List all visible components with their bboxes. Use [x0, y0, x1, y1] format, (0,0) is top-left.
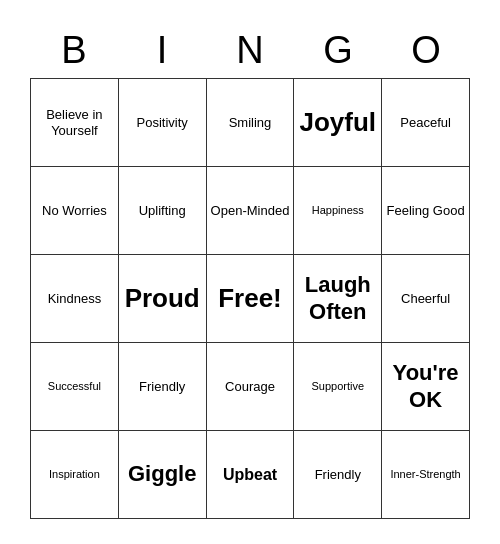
bingo-cell: Friendly — [294, 431, 382, 519]
cell-text-3-0: Successful — [48, 380, 101, 393]
cell-text-0-3: Joyful — [300, 107, 377, 138]
bingo-cell: You're OK — [382, 343, 470, 431]
bingo-cell: Feeling Good — [382, 167, 470, 255]
cell-text-4-0: Inspiration — [49, 468, 100, 481]
bingo-cell: Uplifting — [119, 167, 207, 255]
cell-text-1-0: No Worries — [42, 203, 107, 219]
cell-text-0-2: Smiling — [229, 115, 272, 131]
bingo-grid: Believe in YourselfPositivitySmilingJoyf… — [30, 78, 470, 519]
bingo-card: BINGO Believe in YourselfPositivitySmili… — [20, 15, 480, 529]
cell-text-1-2: Open-Minded — [211, 203, 290, 219]
bingo-cell: Supportive — [294, 343, 382, 431]
cell-text-1-1: Uplifting — [139, 203, 186, 219]
bingo-cell: Successful — [31, 343, 119, 431]
cell-text-0-1: Positivity — [137, 115, 188, 131]
cell-text-0-0: Believe in Yourself — [35, 107, 114, 138]
cell-text-2-3: Laugh Often — [298, 272, 377, 325]
bingo-cell: Kindness — [31, 255, 119, 343]
cell-text-2-1: Proud — [125, 283, 200, 314]
cell-text-1-4: Feeling Good — [387, 203, 465, 219]
bingo-cell: Friendly — [119, 343, 207, 431]
cell-text-4-3: Friendly — [315, 467, 361, 483]
bingo-cell: Free! — [207, 255, 295, 343]
bingo-header: BINGO — [30, 25, 470, 76]
bingo-cell: Inspiration — [31, 431, 119, 519]
bingo-cell: Inner-Strength — [382, 431, 470, 519]
cell-text-4-1: Giggle — [128, 461, 196, 487]
cell-text-2-2: Free! — [218, 283, 282, 314]
bingo-cell: Positivity — [119, 79, 207, 167]
bingo-cell: Peaceful — [382, 79, 470, 167]
bingo-cell: Giggle — [119, 431, 207, 519]
bingo-cell: Cheerful — [382, 255, 470, 343]
cell-text-3-2: Courage — [225, 379, 275, 395]
cell-text-3-1: Friendly — [139, 379, 185, 395]
bingo-cell: Courage — [207, 343, 295, 431]
cell-text-0-4: Peaceful — [400, 115, 451, 131]
bingo-letter: I — [118, 25, 206, 76]
bingo-cell: Open-Minded — [207, 167, 295, 255]
bingo-cell: No Worries — [31, 167, 119, 255]
cell-text-3-3: Supportive — [311, 380, 364, 393]
bingo-cell: Smiling — [207, 79, 295, 167]
bingo-letter: N — [206, 25, 294, 76]
cell-text-1-3: Happiness — [312, 204, 364, 217]
bingo-cell: Believe in Yourself — [31, 79, 119, 167]
cell-text-2-0: Kindness — [48, 291, 101, 307]
cell-text-2-4: Cheerful — [401, 291, 450, 307]
bingo-cell: Upbeat — [207, 431, 295, 519]
bingo-cell: Proud — [119, 255, 207, 343]
bingo-cell: Laugh Often — [294, 255, 382, 343]
cell-text-4-4: Inner-Strength — [390, 468, 460, 481]
bingo-letter: G — [294, 25, 382, 76]
bingo-letter: O — [382, 25, 470, 76]
bingo-cell: Happiness — [294, 167, 382, 255]
cell-text-3-4: You're OK — [386, 360, 465, 413]
cell-text-4-2: Upbeat — [223, 465, 277, 484]
bingo-cell: Joyful — [294, 79, 382, 167]
bingo-letter: B — [30, 25, 118, 76]
